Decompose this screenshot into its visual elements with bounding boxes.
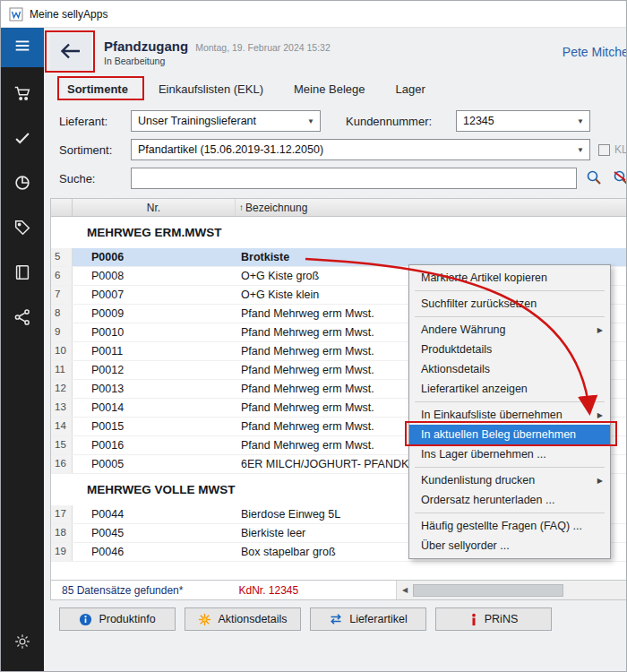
kundennummer-select[interactable]: 12345 ▼ — [456, 110, 590, 132]
menu-item-aktionsdetails[interactable]: Aktionsdetails — [409, 359, 610, 379]
row-number: 16 — [51, 455, 73, 473]
horizontal-scrollbar[interactable]: ◀ — [396, 581, 627, 599]
cell-nr: P0012 — [73, 361, 236, 379]
suche-label: Suche: — [59, 172, 131, 185]
cell-nr: P0008 — [73, 267, 236, 285]
row-number: 14 — [51, 418, 73, 435]
page-header: Pfandzugang Montag, 19. Februar 2024 15:… — [44, 28, 627, 76]
sidebar — [1, 28, 44, 672]
menu-item-lieferartikel-anzeigen[interactable]: Lieferartikel anzeigen — [409, 379, 610, 399]
cell-nr: P0045 — [73, 524, 236, 542]
menu-item-in-aktuellen-beleg-übernehmen[interactable]: In aktuellen Beleg übernehmen — [409, 425, 610, 444]
app-window: Meine sellyApps Pfandzugang Montag, 19. … — [0, 0, 627, 672]
tab-einkaufslisten-ekl[interactable]: Einkaufslisten (EKL) — [159, 82, 263, 96]
row-number: 17 — [51, 505, 73, 523]
row-number: 8 — [51, 305, 73, 323]
chevron-down-icon: ▼ — [577, 146, 584, 154]
cell-nr: P0010 — [73, 323, 236, 341]
cell-nr: P0046 — [73, 543, 236, 561]
scroll-left-icon[interactable]: ◀ — [397, 586, 413, 594]
back-button[interactable] — [50, 34, 91, 70]
column-header-nr[interactable]: Nr. — [73, 199, 236, 216]
footer-button-lieferartikel[interactable]: Lieferartikel — [310, 607, 426, 631]
cell-nr: P0013 — [73, 380, 236, 398]
row-number: 13 — [51, 399, 73, 417]
search-button[interactable] — [584, 168, 604, 188]
row-number: 15 — [51, 436, 73, 454]
chevron-down-icon: ▼ — [577, 117, 584, 125]
tab-bar: SortimenteEinkaufslisten (EKL)Meine Bele… — [44, 76, 627, 101]
menu-separator — [415, 513, 605, 513]
menu-item-produktdetails[interactable]: Produktdetails — [409, 340, 610, 359]
menu-item-suchfilter-zurücksetzen[interactable]: Suchfilter zurücksetzen — [409, 294, 610, 314]
tab-sortimente[interactable]: Sortimente — [67, 82, 128, 96]
context-menu: Markierte Artikel kopierenSuchfilter zur… — [408, 264, 611, 559]
prins-icon — [469, 613, 478, 626]
menu-item-andere-währung[interactable]: Andere Währung▶ — [409, 320, 610, 340]
tab-lager[interactable]: Lager — [395, 82, 425, 96]
sidebar-item-network[interactable] — [1, 297, 44, 341]
footer-button-label: PRiNS — [485, 613, 519, 625]
footer-toolbar: ProduktinfoAktionsdetailsLieferartikelPR… — [44, 600, 627, 631]
window-title: Meine sellyApps — [30, 8, 107, 21]
menu-item-ins-lager-übernehmen[interactable]: Ins Lager übernehmen ... — [409, 444, 610, 464]
gear-icon — [13, 632, 32, 655]
page-status: In Bearbeitung — [104, 56, 331, 66]
cell-nr: P0006 — [73, 248, 236, 266]
row-number: 11 — [51, 361, 73, 379]
window-titlebar: Meine sellyApps — [1, 1, 626, 28]
user-name[interactable]: Pete Mitchell — [563, 45, 627, 59]
tab-meine-belege[interactable]: Meine Belege — [294, 82, 365, 96]
menu-item-label: Häufig gestellte Fragen (FAQ) ... — [421, 520, 603, 532]
menu-item-kundenlistung-drucken[interactable]: Kundenlistung drucken▶ — [409, 470, 610, 490]
table-statusbar: 85 Datensätze gefunden* KdNr. 12345 ◀ — [50, 581, 627, 600]
column-header-bezeichnung[interactable]: ↑ Bezeichnung — [236, 199, 627, 216]
sortiment-select[interactable]: Pfandartikel (15.06.2019-31.12.2050) ▼ — [131, 139, 590, 160]
chevron-down-icon: ▼ — [307, 117, 314, 125]
cell-nr: P0015 — [73, 418, 236, 435]
menu-item-markierte-artikel-kopieren[interactable]: Markierte Artikel kopieren — [409, 268, 610, 288]
menu-item-label: Aktionsdetails — [421, 363, 603, 375]
menu-item-in-einkaufsliste-übernehmen[interactable]: In Einkaufsliste übernehmen▶ — [409, 405, 610, 425]
kl-checkbox[interactable] — [598, 144, 610, 156]
menu-item-label: Über sellyorder ... — [421, 539, 603, 552]
menu-item-über-sellyorder[interactable]: Über sellyorder ... — [409, 536, 610, 556]
kundennummer-value: 12345 — [463, 115, 494, 127]
scrollbar-thumb[interactable] — [413, 584, 563, 597]
sortiment-value: Pfandartikel (15.06.2019-31.12.2050) — [138, 143, 323, 156]
menu-item-ordersatz-herunterladen[interactable]: Ordersatz herunterladen ... — [409, 490, 610, 510]
search-input[interactable] — [131, 168, 577, 189]
group-header: MEHRWEG ERM.MWST — [51, 217, 627, 248]
header-gutter — [51, 199, 73, 216]
cell-nr: P0005 — [73, 455, 236, 473]
kl-label: KL — [614, 143, 627, 156]
footer-button-prins[interactable]: PRiNS — [435, 607, 552, 631]
transfer-icon — [329, 613, 343, 625]
search-icon — [585, 176, 603, 189]
lieferant-select[interactable]: Unser Trainingslieferant ▼ — [131, 110, 321, 132]
sort-asc-icon: ↑ — [239, 202, 244, 212]
sidebar-item-cart[interactable] — [1, 73, 44, 117]
footer-button-produktinfo[interactable]: Produktinfo — [59, 607, 176, 631]
submenu-arrow-icon: ▶ — [597, 326, 603, 334]
page-datetime: Montag, 19. Februar 2024 15:32 — [195, 42, 331, 53]
record-count: 85 Datensätze gefunden* — [62, 584, 183, 597]
sidebar-item-settings[interactable] — [1, 621, 44, 666]
menu-item-label: Andere Währung — [421, 323, 597, 336]
sidebar-item-offers[interactable] — [1, 207, 44, 252]
menu-item-häufig-gestellte-fragen-faq[interactable]: Häufig gestellte Fragen (FAQ) ... — [409, 516, 610, 536]
menu-item-label: Kundenlistung drucken — [421, 474, 597, 487]
sidebar-item-catalog[interactable] — [1, 252, 44, 297]
sidebar-item-tasks[interactable] — [1, 117, 44, 162]
reset-search-button[interactable] — [611, 168, 627, 188]
sidebar-item-statistics[interactable] — [1, 162, 44, 207]
cell-nr: P0007 — [73, 286, 236, 304]
info-icon — [79, 613, 92, 626]
menu-separator — [415, 401, 605, 402]
menu-item-label: Ins Lager übernehmen ... — [421, 448, 603, 461]
menu-separator — [415, 290, 605, 291]
sidebar-item-menu[interactable] — [1, 28, 44, 67]
table-header: Nr. ↑ Bezeichnung M — [50, 198, 627, 217]
footer-button-aktionsdetails[interactable]: Aktionsdetails — [185, 607, 301, 631]
cell-nr: P0009 — [73, 305, 236, 323]
